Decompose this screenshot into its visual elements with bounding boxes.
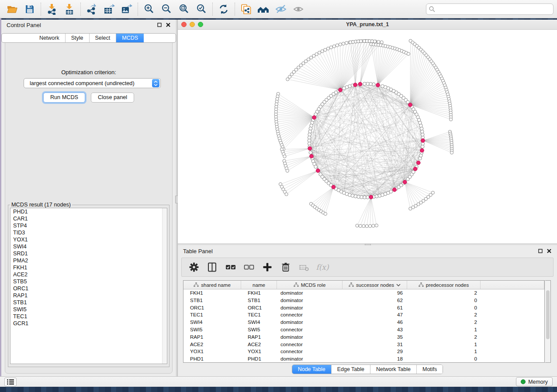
table-cell-name[interactable]: RAP1 xyxy=(241,334,277,341)
table-cell-successor-nodes[interactable]: 62 xyxy=(343,297,407,304)
mcds-result-item[interactable]: PMA2 xyxy=(10,257,167,264)
mcds-result-item[interactable]: GCR1 xyxy=(10,320,167,327)
table-cell-predecessor-nodes[interactable]: 1 xyxy=(407,348,481,355)
table-cell-name[interactable]: SWI4 xyxy=(241,319,277,326)
table-cell-successor-nodes[interactable]: 31 xyxy=(343,341,407,348)
mcds-node[interactable] xyxy=(420,148,424,152)
table-cell-shared-name[interactable]: RAP1 xyxy=(183,334,241,341)
tab-network[interactable]: Network xyxy=(34,34,65,42)
mcds-result-item[interactable]: TID3 xyxy=(10,229,167,236)
show-all-icon[interactable] xyxy=(290,2,307,17)
first-neighbors-icon[interactable] xyxy=(255,2,272,17)
table-cell-shared-name[interactable]: FKH1 xyxy=(183,289,241,297)
hide-selected-icon[interactable] xyxy=(272,2,290,17)
mcds-node[interactable] xyxy=(353,83,357,87)
mcds-result-item[interactable]: RAP1 xyxy=(10,292,167,299)
delete-column-icon[interactable] xyxy=(280,261,292,273)
table-cell-successor-nodes[interactable]: 43 xyxy=(343,326,407,334)
column-header-name[interactable]: name xyxy=(241,281,277,289)
network-graph[interactable] xyxy=(178,30,557,244)
column-header-mcds-role[interactable]: MCDS role xyxy=(277,281,343,289)
table-row[interactable]: FKH1FKH1dominator962 xyxy=(183,289,544,297)
export-table-icon[interactable] xyxy=(100,2,118,17)
table-cell-name[interactable]: TEC1 xyxy=(241,311,277,319)
export-network-icon[interactable] xyxy=(83,2,100,17)
mcds-node[interactable] xyxy=(332,185,336,189)
save-session-icon[interactable] xyxy=(21,2,38,17)
mcds-node[interactable] xyxy=(408,103,412,107)
mcds-node[interactable] xyxy=(310,154,314,158)
float-icon[interactable] xyxy=(538,248,543,254)
open-file-icon[interactable] xyxy=(3,2,21,17)
mcds-result-item[interactable]: YOX1 xyxy=(10,236,167,243)
add-column-icon[interactable] xyxy=(261,261,273,273)
table-cell-shared-name[interactable]: SWI4 xyxy=(183,319,241,326)
mcds-node[interactable] xyxy=(316,169,320,173)
table-cell-successor-nodes[interactable]: 96 xyxy=(343,289,407,297)
table-cell-predecessor-nodes[interactable]: 0 xyxy=(407,355,481,363)
zoom-fit-icon[interactable] xyxy=(175,2,193,17)
mcds-node[interactable] xyxy=(376,83,380,87)
table-row[interactable]: STB1STB1dominator620 xyxy=(183,297,544,304)
close-panel-button[interactable]: Close panel xyxy=(91,93,134,103)
table-cell-name[interactable]: STB1 xyxy=(241,297,277,304)
import-network-icon[interactable] xyxy=(43,2,61,17)
mcds-node[interactable] xyxy=(421,139,425,143)
mcds-result-list[interactable]: PHD1CAR1STP4TID3YOX1SWI4SRD1PMA2FKH1ACE2… xyxy=(10,208,167,364)
run-mcds-button[interactable]: Run MCDS xyxy=(43,93,85,103)
tab-style[interactable]: Style xyxy=(65,34,89,42)
mcds-node[interactable] xyxy=(403,180,407,184)
table-cell-predecessor-nodes[interactable]: 2 xyxy=(407,289,481,297)
import-table-icon[interactable] xyxy=(61,2,78,17)
table-cell-predecessor-nodes[interactable]: 1 xyxy=(407,341,481,348)
mcds-result-item[interactable]: STP4 xyxy=(10,222,167,229)
zoom-out-icon[interactable] xyxy=(158,2,175,17)
table-cell-shared-name[interactable]: STB1 xyxy=(183,297,241,304)
mcds-result-item[interactable]: SWI4 xyxy=(10,243,167,250)
clone-network-icon[interactable] xyxy=(237,2,255,17)
mcds-result-item[interactable]: STB1 xyxy=(10,299,167,306)
table-cell-shared-name[interactable]: TEC1 xyxy=(183,311,241,319)
table-cell-name[interactable]: ORC1 xyxy=(241,304,277,312)
table-cell-predecessor-nodes[interactable]: 0 xyxy=(407,297,481,304)
table-row[interactable]: RAP1RAP1dominator352 xyxy=(183,334,544,341)
mcds-result-item[interactable]: STB5 xyxy=(10,278,167,285)
close-icon[interactable] xyxy=(547,248,552,254)
mcds-result-item[interactable]: SWI5 xyxy=(10,306,167,313)
table-cell-mcds-role[interactable]: dominator xyxy=(277,355,343,363)
memory-button[interactable]: Memory xyxy=(516,377,553,386)
table-cell-mcds-role[interactable]: dominator xyxy=(277,297,343,304)
network-canvas[interactable] xyxy=(178,30,557,244)
column-header-predecessor-nodes[interactable]: predecessor nodes xyxy=(407,281,481,289)
table-scrollbar-thumb[interactable] xyxy=(546,290,550,339)
table-cell-name[interactable]: PHD1 xyxy=(241,355,277,363)
table-cell-successor-nodes[interactable]: 47 xyxy=(343,311,407,319)
mcds-node[interactable] xyxy=(358,82,362,86)
table-cell-mcds-role[interactable]: dominator xyxy=(277,304,343,312)
table-cell-mcds-role[interactable]: connector xyxy=(277,326,343,334)
task-history-icon[interactable] xyxy=(4,378,17,386)
table-cell-name[interactable]: YOX1 xyxy=(241,348,277,355)
mcds-node[interactable] xyxy=(413,167,417,171)
table-cell-successor-nodes[interactable]: 18 xyxy=(343,355,407,363)
column-layout-icon[interactable] xyxy=(206,261,218,273)
table-cell-predecessor-nodes[interactable]: 1 xyxy=(407,326,481,334)
export-image-icon[interactable] xyxy=(118,2,135,17)
mcds-result-item[interactable]: ACE2 xyxy=(10,271,167,278)
table-cell-predecessor-nodes[interactable]: 0 xyxy=(407,304,481,312)
table-row[interactable]: SWI5SWI5connector431 xyxy=(183,326,544,334)
table-cell-mcds-role[interactable]: dominator xyxy=(277,319,343,326)
apply-layout-icon[interactable] xyxy=(215,2,232,17)
table-cell-shared-name[interactable]: ACE2 xyxy=(183,341,241,348)
select-all-icon[interactable] xyxy=(225,261,237,273)
table-cell-mcds-role[interactable]: connector xyxy=(277,341,343,348)
tab-mcds[interactable]: MCDS xyxy=(116,34,144,42)
optimization-criterion-dropdown[interactable]: largest connected component (undirected) xyxy=(24,78,161,88)
mcds-node[interactable] xyxy=(308,147,312,151)
table-cell-mcds-role[interactable]: dominator xyxy=(277,289,343,297)
table-cell-name[interactable]: SWI5 xyxy=(241,326,277,334)
deselect-all-icon[interactable] xyxy=(243,261,255,273)
tab-network-table[interactable]: Network Table xyxy=(370,365,416,374)
tab-select[interactable]: Select xyxy=(89,34,116,42)
mcds-result-item[interactable]: CAR1 xyxy=(10,215,167,222)
